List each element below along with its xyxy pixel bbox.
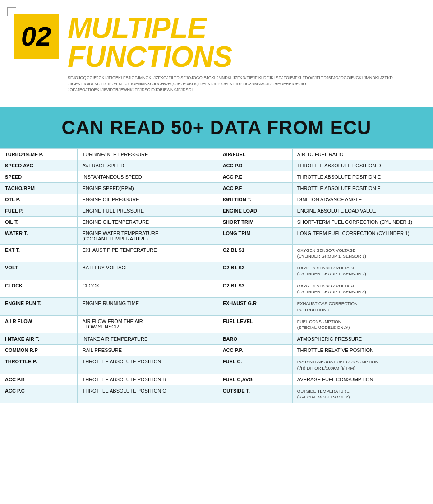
desc-right: EXHAUST GAS CORRECTIONINSTRUCTIONS: [292, 298, 433, 316]
code-left: A I R FLOW: [0, 315, 78, 333]
table-row: VOLTBATTERY VOLTAGEO2 B1 S2OXYGEN SENSOR…: [0, 262, 433, 280]
table-row: FUEL P.ENGINE FUEL PRESSUREENGINE LOADEN…: [0, 205, 433, 216]
desc-left: ENGINE WATER TEMPERATURE(COOLANT TEMPERA…: [78, 227, 218, 244]
desc-right: AIR TO FUEL RATIO: [292, 148, 433, 160]
desc-right: IGNITION ADVANCE ANGLE: [292, 194, 433, 205]
code-left: WATER T.: [0, 227, 78, 244]
corner-decoration: [7, 7, 16, 16]
desc-left: INTAKE AIR TEMPERATURE: [78, 333, 218, 345]
desc-left: THROTTLE ABSOLUTE POSITION B: [78, 374, 218, 385]
code-left: EXT T.: [0, 244, 78, 262]
code-right: ENGINE LOAD: [218, 205, 292, 216]
code-left: TACHO/RPM: [0, 182, 78, 194]
data-table: TURBO/IN-MF P.TURBINE/INLET PRESSUREAIR/…: [0, 148, 433, 403]
code-right: OUTSIDE T.: [218, 385, 292, 403]
code-left: OTL P.: [0, 194, 78, 205]
header-top: 02 MULTIPLE FUNCTIONS SFJOJOQGOIEJGKLJFI…: [14, 14, 419, 93]
desc-left: ENGINE FUEL PRESSURE: [78, 205, 218, 216]
code-right: FUEL LEVEL: [218, 315, 292, 333]
desc-right: THROTTLE ABSOLUTE POSITION F: [292, 182, 433, 194]
header-section: 02 MULTIPLE FUNCTIONS SFJOJOQGOIEJGKLJFI…: [0, 0, 433, 107]
code-right: ACC P.P.: [218, 345, 292, 356]
desc-left: THROTTLE ABSOLUTE POSITION: [78, 356, 218, 374]
desc-right: OUTSIDE TEMPERATURE(SPECIAL MODELS ONLY): [292, 385, 433, 403]
number-box: 02: [14, 14, 59, 59]
code-right: FUEL C;AVG: [218, 374, 292, 385]
code-right: EXHAUST G.R: [218, 298, 292, 316]
desc-right: OXYGEN SENSOR VOLTAGE(CYLINDER GROUP 1, …: [292, 280, 433, 298]
desc-right: ATMOSPHERIC PRESSURE: [292, 333, 433, 345]
main-title: MULTIPLE FUNCTIONS: [68, 14, 383, 71]
desc-left: RAIL PRESSURE: [78, 345, 218, 356]
code-left: THROTTLE P.: [0, 356, 78, 374]
title-line2: FUNCTIONS: [68, 41, 232, 73]
desc-right: THROTTLE RELATIVE POSITION: [292, 345, 433, 356]
code-right: ACC P.D: [218, 160, 292, 171]
desc-right: THROTTLE ABSOLUTE POSITION E: [292, 171, 433, 182]
code-right: ACC P.F: [218, 182, 292, 194]
table-row: EXT T.EXHAUST PIPE TEMPERATUREO2 B1 S1OX…: [0, 244, 433, 262]
code-left: FUEL P.: [0, 205, 78, 216]
desc-left: CLOCK: [78, 280, 218, 298]
table-row: SPEEDINSTANTANEOUS SPEEDACC P.ETHROTTLE …: [0, 171, 433, 182]
desc-right: SHORT-TERM FUEL CORRECTION (CYLINDER 1): [292, 216, 433, 227]
desc-right: ENGINE ABSOLUTE LOAD VALUE: [292, 205, 433, 216]
table-row: OTL P.ENGINE OIL PRESSUREIGNI TION T.IGN…: [0, 194, 433, 205]
desc-left: THROTTLE ABSOLUTE POSITION C: [78, 385, 218, 403]
code-right: SHORT TRIM: [218, 216, 292, 227]
desc-right: AVERAGE FUEL CONSUMPTION: [292, 374, 433, 385]
table-row: COMMON R.PRAIL PRESSUREACC P.P.THROTTLE …: [0, 345, 433, 356]
code-right: LONG TRIM: [218, 227, 292, 244]
code-right: O2 B1 S2: [218, 262, 292, 280]
desc-left: ENGINE RUNNING TIME: [78, 298, 218, 316]
code-left: OIL T.: [0, 216, 78, 227]
code-left: TURBO/IN-MF P.: [0, 148, 78, 160]
table-row: CLOCKCLOCKO2 B1 S3OXYGEN SENSOR VOLTAGE(…: [0, 280, 433, 298]
code-left: SPEED AVG: [0, 160, 78, 171]
desc-left: AVERAGE SPEED: [78, 160, 218, 171]
code-right: O2 B1 S1: [218, 244, 292, 262]
desc-left: INSTANTANEOUS SPEED: [78, 171, 218, 182]
table-row: I NTAKE AIR T.INTAKE AIR TEMPERATUREBARO…: [0, 333, 433, 345]
banner-text: CAN READ 50+ DATA FROM ECU: [62, 117, 372, 138]
desc-right: LONG-TERM FUEL CORRECTION (CYLINDER 1): [292, 227, 433, 244]
code-right: ACC P.E: [218, 171, 292, 182]
code-left: COMMON R.P: [0, 345, 78, 356]
desc-left: EXHAUST PIPE TEMPERATURE: [78, 244, 218, 262]
table-row: TURBO/IN-MF P.TURBINE/INLET PRESSUREAIR/…: [0, 148, 433, 160]
table-row: WATER T.ENGINE WATER TEMPERATURE(COOLANT…: [0, 227, 433, 244]
code-right: O2 B1 S3: [218, 280, 292, 298]
desc-left: ENGINE OIL PRESSURE: [78, 194, 218, 205]
table-row: OIL T.ENGINE OIL TEMPERATURESHORT TRIMSH…: [0, 216, 433, 227]
code-left: ENGINE RUN T.: [0, 298, 78, 316]
code-left: VOLT: [0, 262, 78, 280]
table-row: A I R FLOWAIR FLOW FROM THE AIRFLOW SENS…: [0, 315, 433, 333]
code-left: SPEED: [0, 171, 78, 182]
desc-left: BATTERY VOLTAGE: [78, 262, 218, 280]
desc-left: ENGINE OIL TEMPERATURE: [78, 216, 218, 227]
code-left: ACC P.C: [0, 385, 78, 403]
desc-left: TURBINE/INLET PRESSURE: [78, 148, 218, 160]
code-right: IGNI TION T.: [218, 194, 292, 205]
table-row: ENGINE RUN T.ENGINE RUNNING TIMEEXHAUST …: [0, 298, 433, 316]
banner: CAN READ 50+ DATA FROM ECU: [0, 107, 433, 148]
code-right: FUEL C.: [218, 356, 292, 374]
code-left: ACC P.B: [0, 374, 78, 385]
section-number: 02: [21, 21, 51, 52]
table-row: ACC P.CTHROTTLE ABSOLUTE POSITION COUTSI…: [0, 385, 433, 403]
table-row: TACHO/RPMENGINE SPEED(RPM)ACC P.FTHROTTL…: [0, 182, 433, 194]
desc-right: OXYGEN SENSOR VOLTAGE(CYLINDER GROUP 1, …: [292, 244, 433, 262]
table-row: SPEED AVGAVERAGE SPEEDACC P.DTHROTTLE AB…: [0, 160, 433, 171]
code-left: CLOCK: [0, 280, 78, 298]
table-row: THROTTLE P.THROTTLE ABSOLUTE POSITIONFUE…: [0, 356, 433, 374]
code-right: AIR/FUEL: [218, 148, 292, 160]
code-left: I NTAKE AIR T.: [0, 333, 78, 345]
subtitle-text: SFJOJOQGOIEJGKLJFIOEKLFEJIOFJMNGKLJZFKGJ…: [68, 75, 383, 93]
title-line1: MULTIPLE: [68, 12, 206, 44]
desc-right: INSTANTANEOUS FUEL CONSUMPTION(I/H) L/H …: [292, 356, 433, 374]
desc-right: THROTTLE ABSOLUTE POSITION D: [292, 160, 433, 171]
title-block: MULTIPLE FUNCTIONS SFJOJOQGOIEJGKLJFIOEK…: [68, 14, 383, 93]
code-right: BARO: [218, 333, 292, 345]
desc-right: FUEL CONSUMPTION(SPECIAL MODELS ONLY): [292, 315, 433, 333]
desc-left: ENGINE SPEED(RPM): [78, 182, 218, 194]
